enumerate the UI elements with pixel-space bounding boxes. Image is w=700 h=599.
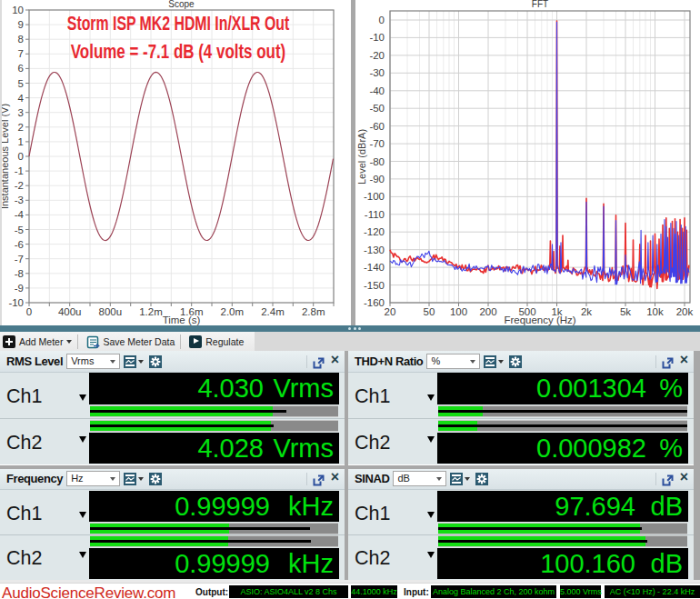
svg-text:20: 20 bbox=[385, 306, 396, 317]
svg-text:2.0m: 2.0m bbox=[221, 306, 245, 317]
svg-text:-50: -50 bbox=[369, 103, 385, 114]
svg-text:2.8m: 2.8m bbox=[302, 306, 325, 317]
svg-text:2.4m: 2.4m bbox=[261, 306, 285, 317]
svg-text:200: 200 bbox=[479, 306, 496, 317]
svg-text:5k: 5k bbox=[620, 306, 631, 317]
svg-text:-160: -160 bbox=[364, 297, 385, 308]
svg-text:-6: -6 bbox=[15, 239, 24, 250]
svg-text:6: 6 bbox=[18, 63, 24, 74]
svg-text:-90: -90 bbox=[369, 174, 385, 185]
svg-text:2k: 2k bbox=[581, 306, 592, 317]
svg-text:1.2m: 1.2m bbox=[139, 306, 163, 317]
svg-text:400u: 400u bbox=[58, 306, 82, 317]
svg-text:-150: -150 bbox=[364, 280, 385, 291]
svg-text:Scope: Scope bbox=[168, 0, 195, 9]
svg-text:Level (dBrA): Level (dBrA) bbox=[356, 129, 367, 185]
svg-text:-3: -3 bbox=[15, 195, 24, 205]
svg-text:20k: 20k bbox=[676, 306, 694, 317]
svg-text:Time (s): Time (s) bbox=[163, 314, 201, 325]
svg-text:-110: -110 bbox=[365, 209, 385, 220]
svg-text:-60: -60 bbox=[369, 121, 385, 132]
svg-text:0: 0 bbox=[26, 306, 32, 317]
svg-text:3: 3 bbox=[18, 107, 24, 118]
svg-text:-30: -30 bbox=[369, 67, 385, 78]
svg-text:Frequency (Hz): Frequency (Hz) bbox=[504, 314, 575, 325]
svg-text:4: 4 bbox=[18, 93, 25, 104]
svg-text:800u: 800u bbox=[99, 306, 123, 317]
svg-text:50: 50 bbox=[424, 306, 435, 317]
svg-text:-10: -10 bbox=[8, 297, 24, 308]
svg-text:-8: -8 bbox=[15, 268, 24, 279]
svg-text:-120: -120 bbox=[364, 226, 385, 237]
svg-text:FFT: FFT bbox=[532, 0, 548, 9]
svg-text:-4: -4 bbox=[15, 209, 25, 220]
svg-text:-40: -40 bbox=[369, 85, 385, 96]
svg-text:-100: -100 bbox=[364, 191, 385, 202]
svg-text:-9: -9 bbox=[15, 283, 24, 294]
svg-text:5: 5 bbox=[18, 78, 24, 89]
svg-text:-2: -2 bbox=[15, 180, 24, 191]
svg-text:100: 100 bbox=[450, 306, 467, 317]
svg-text:-130: -130 bbox=[364, 245, 385, 255]
svg-text:0: 0 bbox=[18, 151, 24, 162]
svg-text:-7: -7 bbox=[15, 254, 24, 265]
svg-text:10k: 10k bbox=[646, 306, 664, 317]
svg-text:2: 2 bbox=[18, 122, 24, 133]
svg-text:-80: -80 bbox=[369, 156, 385, 167]
svg-text:-70: -70 bbox=[369, 138, 385, 149]
svg-text:-140: -140 bbox=[364, 262, 385, 273]
svg-text:1: 1 bbox=[18, 136, 24, 147]
svg-text:-5: -5 bbox=[15, 225, 24, 235]
svg-text:-1: -1 bbox=[15, 165, 24, 176]
